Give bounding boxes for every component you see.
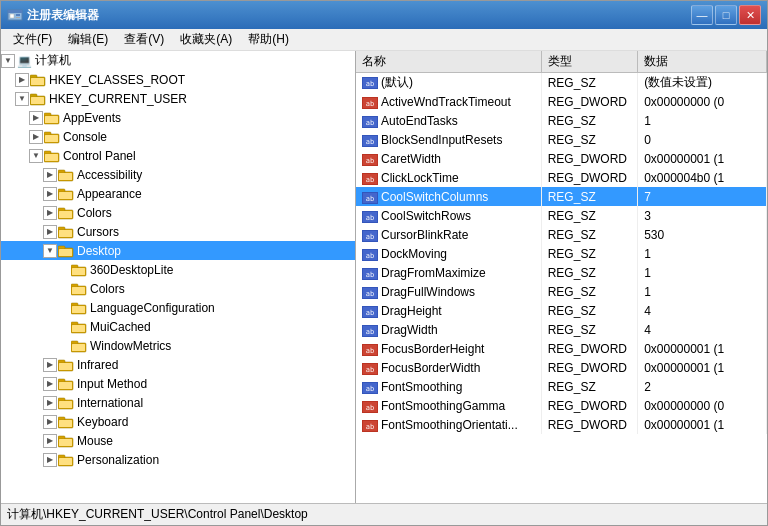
sz-icon: ab [362, 249, 378, 261]
registry-tree[interactable]: ▼💻计算机▶HKEY_CLASSES_ROOT▼HKEY_CURRENT_USE… [1, 51, 356, 503]
tree-item-appearance[interactable]: ▶Appearance [1, 184, 355, 203]
tree-item-keyboard[interactable]: ▶Keyboard [1, 412, 355, 431]
table-row[interactable]: abFocusBorderWidth REG_DWORD 0x00000001 … [356, 358, 767, 377]
row-name: abFontSmoothingGamma [356, 396, 541, 415]
menu-file[interactable]: 文件(F) [5, 29, 60, 50]
svg-rect-31 [59, 230, 72, 237]
expand-icon[interactable]: ▶ [43, 377, 57, 391]
expand-icon[interactable]: ▶ [43, 434, 57, 448]
expand-icon[interactable]: ▶ [43, 453, 57, 467]
expand-icon[interactable]: ▶ [43, 415, 57, 429]
row-type: REG_SZ [541, 111, 637, 130]
folder-icon [58, 168, 74, 182]
tree-item-desktop[interactable]: ▼Desktop [1, 241, 355, 260]
table-row[interactable]: ab(默认) REG_SZ (数值未设置) [356, 73, 767, 93]
close-button[interactable]: ✕ [739, 5, 761, 25]
table-row[interactable]: abDockMoving REG_SZ 1 [356, 244, 767, 263]
tree-item-desktop-colors[interactable]: Colors [1, 279, 355, 298]
expand-icon[interactable]: ▶ [43, 168, 57, 182]
folder-icon [58, 244, 74, 258]
expand-icon[interactable]: ▶ [15, 73, 29, 87]
expand-icon[interactable]: ▼ [29, 149, 43, 163]
expand-icon[interactable]: ▶ [29, 130, 43, 144]
tree-item-label: Personalization [77, 453, 159, 467]
tree-item-langconfig[interactable]: LanguageConfiguration [1, 298, 355, 317]
folder-icon [58, 225, 74, 239]
expand-icon[interactable]: ▶ [43, 396, 57, 410]
tree-item-windowmetrics[interactable]: WindowMetrics [1, 336, 355, 355]
menu-help[interactable]: 帮助(H) [240, 29, 297, 50]
tree-item-computer[interactable]: ▼💻计算机 [1, 51, 355, 70]
row-data: 7 [638, 187, 767, 206]
table-row[interactable]: abActiveWndTrackTimeout REG_DWORD 0x0000… [356, 92, 767, 111]
expand-icon[interactable]: ▼ [15, 92, 29, 106]
expand-icon[interactable]: ▶ [43, 225, 57, 239]
menu-view[interactable]: 查看(V) [116, 29, 172, 50]
table-row[interactable]: abDragWidth REG_SZ 4 [356, 320, 767, 339]
table-row[interactable]: abDragFullWindows REG_SZ 1 [356, 282, 767, 301]
row-name: abCoolSwitchRows [356, 206, 541, 225]
expand-icon[interactable]: ▶ [29, 111, 43, 125]
tree-item-muicached[interactable]: MuiCached [1, 317, 355, 336]
expand-icon[interactable]: ▶ [43, 358, 57, 372]
tree-item-label: Control Panel [63, 149, 136, 163]
sz-icon: ab [362, 116, 378, 128]
tree-item-label: Infrared [77, 358, 118, 372]
row-data: 4 [638, 320, 767, 339]
menu-favorites[interactable]: 收藏夹(A) [172, 29, 240, 50]
table-row[interactable]: abCursorBlinkRate REG_SZ 530 [356, 225, 767, 244]
expand-icon[interactable]: ▶ [43, 187, 57, 201]
maximize-button[interactable]: □ [715, 5, 737, 25]
values-table[interactable]: 名称 类型 数据 ab(默认) REG_SZ (数值未设置) abActiveW… [356, 51, 767, 503]
table-row[interactable]: abClickLockTime REG_DWORD 0x000004b0 (1 [356, 168, 767, 187]
table-row[interactable]: abAutoEndTasks REG_SZ 1 [356, 111, 767, 130]
tree-item-inputmethod[interactable]: ▶Input Method [1, 374, 355, 393]
tree-item-mouse[interactable]: ▶Mouse [1, 431, 355, 450]
expand-icon[interactable]: ▼ [1, 54, 15, 68]
table-row[interactable]: abCoolSwitchColumns REG_SZ 7 [356, 187, 767, 206]
tree-item-hkcr[interactable]: ▶HKEY_CLASSES_ROOT [1, 70, 355, 89]
table-row[interactable]: abCoolSwitchRows REG_SZ 3 [356, 206, 767, 225]
tree-item-hkcu[interactable]: ▼HKEY_CURRENT_USER [1, 89, 355, 108]
tree-item-international[interactable]: ▶International [1, 393, 355, 412]
table-row[interactable]: abDragHeight REG_SZ 4 [356, 301, 767, 320]
tree-item-accessibility[interactable]: ▶Accessibility [1, 165, 355, 184]
svg-rect-49 [72, 344, 85, 351]
tree-item-label: 计算机 [35, 52, 71, 69]
svg-rect-15 [44, 132, 51, 135]
status-bar: 计算机\HKEY_CURRENT_USER\Control Panel\Desk… [1, 503, 767, 525]
tree-item-cursors[interactable]: ▶Cursors [1, 222, 355, 241]
minimize-button[interactable]: — [691, 5, 713, 25]
tree-item-label: LanguageConfiguration [90, 301, 215, 315]
table-row[interactable]: abCaretWidth REG_DWORD 0x00000001 (1 [356, 149, 767, 168]
svg-rect-51 [58, 360, 65, 363]
tree-item-controlpanel[interactable]: ▼Control Panel [1, 146, 355, 165]
row-name: abCursorBlinkRate [356, 225, 541, 244]
table-row[interactable]: abDragFromMaximize REG_SZ 1 [356, 263, 767, 282]
svg-rect-7 [31, 78, 44, 85]
tree-item-label: Accessibility [77, 168, 142, 182]
table-row[interactable]: abFocusBorderHeight REG_DWORD 0x00000001… [356, 339, 767, 358]
tree-item-personalization[interactable]: ▶Personalization [1, 450, 355, 469]
menu-edit[interactable]: 编辑(E) [60, 29, 116, 50]
tree-item-console[interactable]: ▶Console [1, 127, 355, 146]
svg-rect-57 [58, 398, 65, 401]
svg-rect-39 [71, 284, 78, 287]
svg-rect-46 [72, 325, 85, 332]
table-row[interactable]: abFontSmoothingGamma REG_DWORD 0x0000000… [356, 396, 767, 415]
svg-rect-24 [58, 189, 65, 192]
svg-rect-6 [30, 75, 37, 78]
expand-icon[interactable]: ▼ [43, 244, 57, 258]
tree-item-infrared[interactable]: ▶Infrared [1, 355, 355, 374]
svg-rect-22 [59, 173, 72, 180]
tree-item-colors[interactable]: ▶Colors [1, 203, 355, 222]
table-row[interactable]: abFontSmoothingOrientati... REG_DWORD 0x… [356, 415, 767, 434]
expand-icon[interactable]: ▶ [43, 206, 57, 220]
computer-icon: 💻 [16, 54, 32, 68]
row-type: REG_DWORD [541, 149, 637, 168]
table-row[interactable]: abBlockSendInputResets REG_SZ 0 [356, 130, 767, 149]
app-icon [7, 7, 23, 23]
tree-item-desktoplite[interactable]: 360DesktopLite [1, 260, 355, 279]
table-row[interactable]: abFontSmoothing REG_SZ 2 [356, 377, 767, 396]
tree-item-appevents[interactable]: ▶AppEvents [1, 108, 355, 127]
